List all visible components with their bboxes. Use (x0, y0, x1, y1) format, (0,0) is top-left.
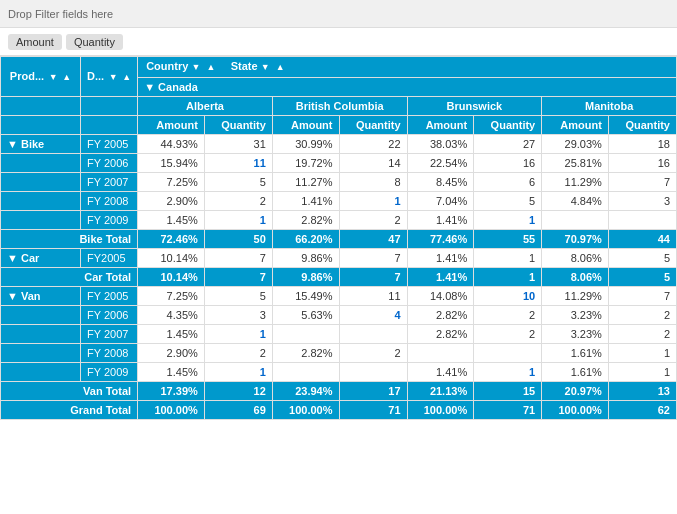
product-sort-icon[interactable]: ▲ (62, 72, 71, 82)
table-cell: FY 2005 (81, 135, 138, 154)
country-sort-icon[interactable]: ▲ (206, 62, 215, 72)
table-cell: FY 2007 (81, 325, 138, 344)
table-cell: 77.46% (407, 230, 474, 249)
table-cell: 11.29% (542, 287, 609, 306)
table-row: FY 20077.25%511.27%88.45%611.29%7 (1, 173, 677, 192)
table-cell (339, 325, 407, 344)
table-cell: 11.27% (272, 173, 339, 192)
table-cell: 1.41% (407, 211, 474, 230)
canada-label: ▼ Canada (138, 78, 677, 97)
table-cell: 14 (339, 154, 407, 173)
table-cell: ▼ Bike (1, 135, 81, 154)
bc-amount-header: Amount (272, 116, 339, 135)
table-cell: 1.61% (542, 363, 609, 382)
table-cell: 2 (608, 306, 676, 325)
product-filter-label: Prod... (10, 70, 44, 82)
date-filter-icon[interactable]: ▼ (107, 72, 119, 84)
table-cell: 1.61% (542, 344, 609, 363)
product-filter-icon[interactable]: ▼ (47, 72, 59, 84)
alberta-header: Alberta (138, 97, 273, 116)
table-row: ▼ CarFY200510.14%79.86%71.41%18.06%5 (1, 249, 677, 268)
table-cell: 30.99% (272, 135, 339, 154)
date-sort-icon[interactable]: ▲ (122, 72, 131, 82)
table-cell: 18 (608, 135, 676, 154)
table-cell (474, 344, 542, 363)
country-filter-label: Country (146, 60, 188, 72)
table-cell (1, 325, 81, 344)
table-cell: 2.90% (138, 344, 205, 363)
table-cell: 17.39% (138, 382, 205, 401)
chip-amount[interactable]: Amount (8, 34, 62, 50)
table-cell: 55 (474, 230, 542, 249)
table-cell: 3.23% (542, 306, 609, 325)
table-row: Van Total17.39%1223.94%1721.13%1520.97%1… (1, 382, 677, 401)
table-cell: 20.97% (542, 382, 609, 401)
table-cell: 14.08% (407, 287, 474, 306)
empty-prod (1, 97, 81, 116)
country-header[interactable]: Country ▼ ▲ State ▼ ▲ (138, 57, 677, 78)
table-cell: Grand Total (1, 401, 138, 420)
table-cell: 5 (474, 192, 542, 211)
product-header[interactable]: Prod... ▼ ▲ (1, 57, 81, 97)
chip-quantity[interactable]: Quantity (66, 34, 123, 50)
date-header[interactable]: D... ▼ ▲ (81, 57, 138, 97)
table-cell: 2.82% (272, 211, 339, 230)
date-filter-label: D... (87, 70, 104, 82)
table-cell: 9.86% (272, 249, 339, 268)
table-cell: ▼ Van (1, 287, 81, 306)
table-row: FY 20082.90%21.41%17.04%54.84%3 (1, 192, 677, 211)
table-cell: 1.45% (138, 363, 205, 382)
table-row: ▼ VanFY 20057.25%515.49%1114.08%1011.29%… (1, 287, 677, 306)
table-cell: 22 (339, 135, 407, 154)
table-cell: FY 2006 (81, 306, 138, 325)
table-cell: 5.63% (272, 306, 339, 325)
table-cell: 100.00% (542, 401, 609, 420)
table-cell (1, 363, 81, 382)
table-cell: 5 (204, 287, 272, 306)
table-row: FY 20064.35%35.63%42.82%23.23%2 (1, 306, 677, 325)
table-cell: 29.03% (542, 135, 609, 154)
table-cell: 1 (339, 192, 407, 211)
table-cell: 2.82% (272, 344, 339, 363)
table-cell (1, 306, 81, 325)
bc-header: British Columbia (272, 97, 407, 116)
alb-quantity-header: Quantity (204, 116, 272, 135)
table-cell (1, 173, 81, 192)
table-cell: 1.45% (138, 325, 205, 344)
state-filter-icon[interactable]: ▼ (261, 62, 273, 74)
table-row: FY 200615.94%1119.72%1422.54%1625.81%16 (1, 154, 677, 173)
country-filter-icon[interactable]: ▼ (191, 62, 203, 74)
table-cell: 2 (204, 192, 272, 211)
table-row: FY 20091.45%11.41%11.61%1 (1, 363, 677, 382)
table-cell (272, 363, 339, 382)
table-cell: 31 (204, 135, 272, 154)
table-cell: 19.72% (272, 154, 339, 173)
table-cell: 1 (204, 211, 272, 230)
drop-filter-bar: Drop Filter fields here (0, 0, 677, 28)
table-cell: 44.93% (138, 135, 205, 154)
table-cell: 9.86% (272, 268, 339, 287)
table-row: Car Total10.14%79.86%71.41%18.06%5 (1, 268, 677, 287)
table-cell: 1.45% (138, 211, 205, 230)
table-cell: 25.81% (542, 154, 609, 173)
table-cell: 4.35% (138, 306, 205, 325)
table-cell: 5 (204, 173, 272, 192)
table-cell: 71 (474, 401, 542, 420)
table-cell: FY 2008 (81, 344, 138, 363)
drop-filter-text: Drop Filter fields here (8, 8, 113, 20)
table-cell (1, 344, 81, 363)
table-cell: 1 (474, 249, 542, 268)
table-cell: 2 (474, 325, 542, 344)
table-cell: 70.97% (542, 230, 609, 249)
table-cell (1, 211, 81, 230)
table-cell: 1 (474, 211, 542, 230)
table-cell: 10.14% (138, 268, 205, 287)
table-cell: 7 (339, 249, 407, 268)
table-cell (542, 211, 609, 230)
table-cell: 38.03% (407, 135, 474, 154)
table-cell (1, 192, 81, 211)
state-sort-icon[interactable]: ▲ (276, 62, 285, 72)
table-cell: 1 (474, 268, 542, 287)
table-cell (1, 154, 81, 173)
table-cell: 5 (608, 268, 676, 287)
